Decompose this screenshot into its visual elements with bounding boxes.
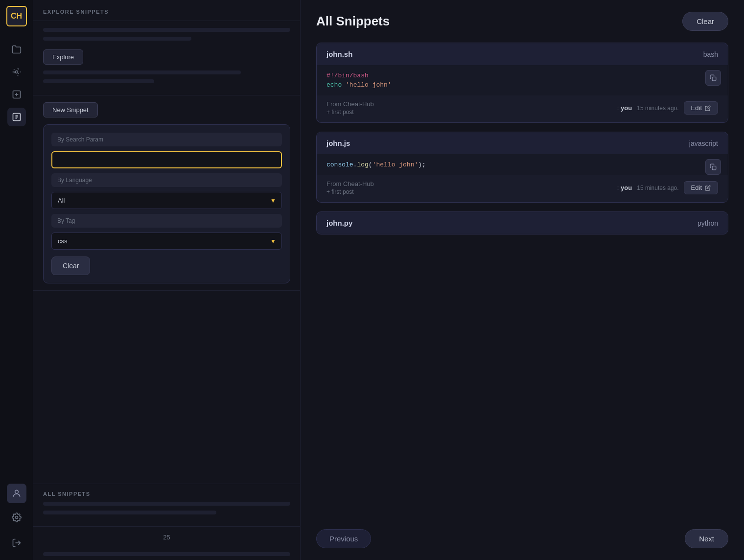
snippet-lang-johnpy: python [698, 219, 718, 227]
edit-button-johnjs[interactable]: Edit [684, 181, 718, 194]
svg-rect-11 [712, 77, 716, 81]
snippet-body-johnsh: #!/bin/bash echo 'hello john' [317, 65, 728, 95]
filter-box: By Search Param By Language All JavaScri… [43, 124, 290, 283]
language-label: By Language [51, 173, 282, 187]
snippet-meta-johnjs: : you 15 minutes ago. Edit [617, 181, 718, 194]
snippet-filename-johnpy: john.py [326, 219, 352, 227]
page-number: 25 [163, 534, 170, 541]
svg-point-8 [15, 490, 18, 493]
all-snippets-section: ALL SNIPPETS [33, 484, 300, 527]
svg-point-9 [15, 516, 18, 519]
all-snippets-bar-2 [43, 511, 216, 514]
language-select[interactable]: All JavaScript Python Bash CSS TypeScrip… [51, 192, 282, 209]
explore-button[interactable]: Explore [43, 49, 83, 65]
snippet-card-johnsh: john.sh bash #!/bin/bash echo 'hello joh… [316, 43, 728, 123]
pagination: Previous Next [316, 517, 728, 548]
explore-section: Explore [33, 21, 300, 95]
code-line-shebang: #!/bin/bash [326, 72, 718, 79]
app-logo[interactable]: CH [6, 6, 27, 26]
tag-label: By Tag [51, 214, 282, 228]
clear-main-button[interactable]: Clear [682, 12, 728, 31]
sidebar-item-folder[interactable] [7, 40, 26, 59]
snippet-lang-johnsh: bash [703, 50, 718, 58]
snippet-footer-johnjs: From Cheat-Hub + first post : you 15 min… [317, 175, 728, 202]
search-input[interactable] [51, 151, 282, 168]
snippet-source-johnsh: From Cheat-Hub [326, 100, 374, 108]
next-button[interactable]: Next [685, 529, 728, 548]
left-panel: EXPLORE SNIPPETS Explore New Snippet By … [33, 0, 301, 560]
settings-icon[interactable] [7, 508, 26, 527]
snippet-time-johnjs: 15 minutes ago. [637, 185, 678, 191]
snippet-time-johnsh: 15 minutes ago. [637, 105, 678, 112]
tag-select-wrapper: css javascript python bash html ▼ [51, 233, 282, 250]
language-select-wrapper: All JavaScript Python Bash CSS TypeScrip… [51, 192, 282, 209]
snippet-card-header-johnpy: john.py python [317, 212, 728, 234]
right-panel: All Snippets Clear john.sh bash #!/bin/b… [301, 0, 744, 560]
code-line-echo: echo 'hello john' [326, 81, 718, 89]
sidebar: CH [0, 0, 33, 560]
right-header: All Snippets Clear [316, 12, 728, 31]
svg-point-0 [15, 71, 18, 73]
explore-bar-decoration-4 [43, 79, 154, 83]
new-snippet-section: New Snippet By Search Param By Language … [33, 95, 300, 291]
first-post-johnsh: + first post [326, 109, 374, 116]
copy-button-johnsh[interactable] [705, 70, 721, 86]
all-snippets-bar-1 [43, 502, 290, 506]
snippet-card-header-johnsh: john.sh bash [317, 43, 728, 65]
new-snippet-button[interactable]: New Snippet [43, 102, 98, 117]
explore-bar-decoration [43, 28, 290, 32]
page-number-row: 25 [33, 527, 300, 548]
snippet-footer-johnsh: From Cheat-Hub + first post : you 15 min… [317, 95, 728, 122]
sidebar-item-add[interactable] [7, 85, 26, 104]
code-line-console: console.log('hello john'); [326, 161, 718, 168]
explore-bar-decoration-2 [43, 37, 191, 41]
explore-bar-decoration-3 [43, 70, 241, 74]
snippet-filename-johnsh: john.sh [326, 50, 352, 58]
logout-icon[interactable] [7, 534, 26, 552]
user-avatar[interactable] [7, 484, 26, 503]
page-title: All Snippets [316, 14, 390, 29]
all-snippets-header: ALL SNIPPETS [43, 491, 290, 502]
tag-select[interactable]: css javascript python bash html [51, 233, 282, 250]
snippet-source-johnjs: From Cheat-Hub [326, 180, 374, 187]
sidebar-item-snippets[interactable] [7, 108, 26, 126]
snippet-user-johnjs: : you [617, 184, 632, 191]
snippet-lang-johnjs: javascript [689, 140, 718, 147]
snippet-body-johnjs: console.log('hello john'); [317, 154, 728, 175]
sidebar-item-magic[interactable] [7, 63, 26, 81]
previous-button[interactable]: Previous [316, 529, 371, 548]
search-param-label: By Search Param [51, 133, 282, 146]
snippet-filename-johnjs: john.js [326, 139, 350, 147]
clear-filter-button[interactable]: Clear [51, 257, 90, 275]
bottom-bar-decoration [43, 552, 290, 556]
snippet-card-johnpy: john.py python [316, 211, 728, 234]
copy-button-johnjs[interactable] [705, 159, 721, 175]
snippet-meta-johnsh: : you 15 minutes ago. Edit [617, 101, 718, 115]
svg-rect-12 [712, 166, 716, 170]
snippet-user-johnsh: : you [617, 104, 632, 112]
snippet-card-header-johnjs: john.js javascript [317, 132, 728, 154]
snippet-card-johnjs: john.js javascript console.log('hello jo… [316, 132, 728, 203]
spacer [33, 291, 300, 484]
first-post-johnjs: + first post [326, 188, 374, 195]
edit-button-johnsh[interactable]: Edit [684, 101, 718, 115]
explore-header: EXPLORE SNIPPETS [33, 0, 300, 21]
